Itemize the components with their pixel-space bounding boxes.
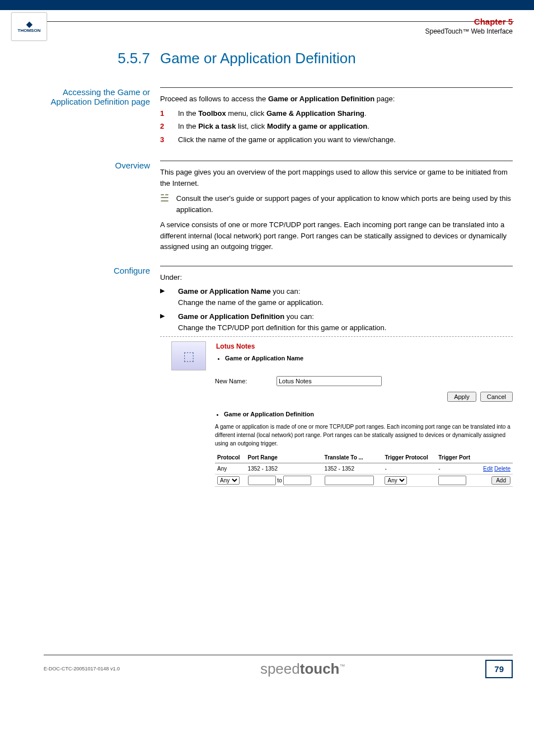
note-icon: ☱ xyxy=(160,193,176,203)
definition-table: Protocol Port Range Translate To ... Tri… xyxy=(215,452,513,487)
col-port-range: Port Range xyxy=(246,452,322,463)
app-icon: ⬚ xyxy=(171,341,206,370)
col-trig-proto: Trigger Protocol xyxy=(382,452,436,463)
trigger-protocol-select[interactable]: Any xyxy=(385,476,407,485)
name-heading: Game or Application Name xyxy=(225,354,303,363)
logo-icon: ◆ xyxy=(26,20,32,28)
def-desc: A game or application is made of one or … xyxy=(215,422,513,448)
doc-reference: E-DOC-CTC-20051017-0148 v1.0 xyxy=(44,666,120,672)
overview-note: ☱ Consult the user's guide or support pa… xyxy=(160,193,513,215)
configure-label: Configure xyxy=(44,266,160,487)
col-protocol: Protocol xyxy=(215,452,246,463)
port-to-input[interactable] xyxy=(283,476,311,485)
footer-brand: speedtouch™ xyxy=(260,660,345,678)
logo-text: THOMSON xyxy=(18,28,41,33)
edit-link[interactable]: Edit xyxy=(483,466,493,472)
protocol-select[interactable]: Any xyxy=(217,476,240,485)
access-intro: Proceed as follows to access the Game or… xyxy=(160,93,513,105)
overview-p1: This page gives you an overview of the p… xyxy=(160,167,513,189)
table-row-add: Any to Any Add xyxy=(215,474,513,486)
cancel-button[interactable]: Cancel xyxy=(480,392,513,402)
overview-p2: A service consists of one or more TCP/UD… xyxy=(160,219,513,252)
footer-rule xyxy=(44,655,513,655)
col-trig-port: Trigger Port xyxy=(436,452,477,463)
embed-title: Lotus Notes xyxy=(216,341,303,351)
port-from-input[interactable] xyxy=(248,476,276,485)
access-label: Accessing the Game or Application Defini… xyxy=(44,87,160,147)
new-name-label: New Name: xyxy=(215,377,277,386)
page-number: 79 xyxy=(485,660,513,678)
configure-items: ▶Game or Application Name you can:Change… xyxy=(160,286,513,333)
delete-link[interactable]: Delete xyxy=(494,466,510,472)
translate-input[interactable] xyxy=(325,476,374,485)
section-title: Game or Application Definition xyxy=(160,50,356,67)
chapter-subhead: SpeedTouch™ Web Interface xyxy=(425,27,513,35)
def-heading: Game or Application Definition xyxy=(224,410,513,419)
col-translate: Translate To ... xyxy=(322,452,383,463)
section-number: 5.5.7 xyxy=(44,50,160,67)
trigger-port-input[interactable] xyxy=(438,476,466,485)
new-name-input[interactable] xyxy=(277,376,382,386)
overview-label: Overview xyxy=(44,161,160,252)
access-steps: 1In the Toolbox menu, click Game & Appli… xyxy=(160,108,513,145)
chapter-label: Chapter 5 xyxy=(425,17,513,26)
add-button[interactable]: Add xyxy=(491,476,510,485)
embedded-screenshot: ⬚ Lotus Notes Game or Application Name N… xyxy=(160,336,513,487)
apply-button[interactable]: Apply xyxy=(447,392,476,402)
table-row: Any 1352 - 1352 1352 - 1352 - - Edit Del… xyxy=(215,463,513,474)
configure-under: Under: xyxy=(160,272,513,283)
brand-logo: ◆ THOMSON xyxy=(11,12,47,41)
